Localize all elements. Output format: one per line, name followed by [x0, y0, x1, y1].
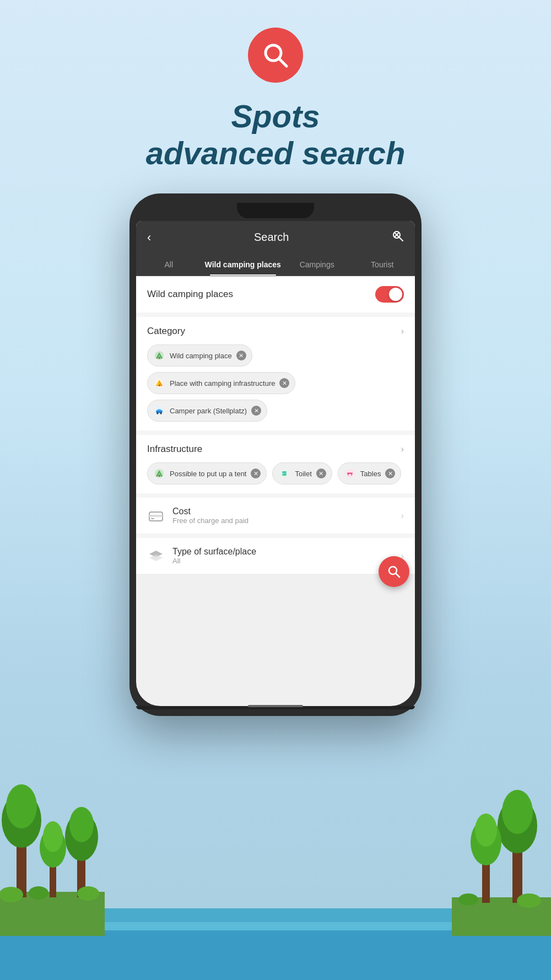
phone-notch-area	[136, 200, 415, 221]
tab-campings[interactable]: Campings	[284, 254, 350, 276]
chip-tent[interactable]: Possible to put up a tent ✕	[147, 462, 267, 484]
tables-icon	[343, 466, 357, 481]
svg-rect-49	[347, 473, 353, 474]
svg-point-16	[502, 790, 533, 834]
phone-bottom-bar	[136, 706, 415, 709]
infrastructure-header[interactable]: Infrastructure ›	[147, 444, 404, 455]
cost-icon	[147, 507, 165, 525]
surface-subtitle: All	[172, 557, 393, 565]
category-arrow-icon: ›	[401, 326, 404, 336]
back-button[interactable]: ‹	[147, 230, 151, 245]
svg-point-6	[43, 821, 63, 852]
tent-icon	[152, 466, 166, 481]
cost-row[interactable]: Cost Free of charge and paid ›	[136, 498, 415, 534]
svg-rect-44	[159, 475, 160, 476]
app-header: ‹ Search	[136, 221, 415, 254]
svg-point-57	[389, 567, 397, 574]
page-title: Spots advanced search	[146, 98, 406, 171]
svg-point-20	[517, 893, 541, 908]
category-chips: Wild camping place ✕	[147, 344, 404, 422]
chip-toilet-label: Toilet	[295, 470, 311, 478]
infrastructure-title: Infrastructure	[147, 444, 202, 455]
category-title: Category	[147, 326, 185, 337]
phone-screen: ‹ Search All Wild camping places Camping…	[136, 221, 415, 706]
tab-tourist[interactable]: Tourist	[349, 254, 415, 276]
svg-rect-54	[151, 518, 154, 519]
svg-point-3	[6, 784, 37, 828]
chip-toilet-remove[interactable]: ✕	[316, 469, 326, 478]
chip-tent-label: Possible to put up a tent	[170, 470, 246, 478]
surface-row[interactable]: Type of surface/place All ›	[136, 538, 415, 574]
chip-wild-camping-place-remove[interactable]: ✕	[236, 351, 246, 360]
svg-line-58	[396, 574, 399, 577]
svg-point-40	[160, 413, 162, 414]
surface-text: Type of surface/place All	[172, 547, 393, 565]
svg-rect-51	[351, 474, 352, 476]
infrastructure-chips: Possible to put up a tent ✕ WC Toile	[147, 462, 404, 484]
toilet-icon: WC	[277, 466, 291, 481]
svg-marker-56	[149, 554, 163, 561]
trees-right-decoration	[452, 715, 551, 936]
svg-line-25	[399, 238, 403, 241]
chip-camping-infra[interactable]: Place with camping infrastructure ✕	[147, 372, 295, 394]
svg-line-23	[279, 58, 287, 66]
chip-camping-infra-remove[interactable]: ✕	[279, 378, 289, 388]
search-fab-button[interactable]	[379, 556, 409, 587]
svg-point-11	[29, 886, 48, 900]
chip-camper-park[interactable]: Camper park (Stellplatz) ✕	[147, 400, 267, 422]
home-indicator	[248, 705, 303, 707]
chip-camper-park-remove[interactable]: ✕	[251, 406, 261, 416]
app-content: Wild camping places Category ›	[136, 276, 415, 574]
surface-title: Type of surface/place	[172, 547, 393, 557]
screen-title: Search	[254, 231, 289, 244]
wild-camping-toggle-label: Wild camping places	[147, 289, 233, 300]
chip-wild-camping-place[interactable]: Wild camping place ✕	[147, 344, 252, 367]
surface-icon	[147, 547, 165, 565]
chip-toilet[interactable]: WC Toilet ✕	[272, 462, 332, 484]
camper-park-icon	[152, 403, 166, 418]
infrastructure-arrow-icon: ›	[401, 444, 404, 454]
page-header: Spots advanced search	[0, 0, 551, 171]
svg-point-21	[458, 893, 478, 906]
search-clear-button[interactable]	[392, 230, 404, 245]
svg-point-10	[0, 887, 23, 902]
wild-camping-toggle[interactable]	[375, 286, 404, 303]
credit-card-icon	[148, 508, 164, 524]
phone-frame: ‹ Search All Wild camping places Camping…	[129, 193, 422, 716]
layers-icon	[148, 548, 164, 564]
chip-tent-remove[interactable]: ✕	[251, 469, 261, 478]
svg-rect-31	[159, 357, 160, 358]
tab-wild-camping[interactable]: Wild camping places	[202, 254, 284, 276]
camping-infra-icon	[152, 376, 166, 390]
app-icon	[248, 28, 303, 83]
svg-rect-53	[149, 515, 163, 517]
cost-text: Cost Free of charge and paid	[172, 507, 393, 525]
search-x-icon	[392, 230, 404, 242]
wild-camping-place-icon	[152, 348, 166, 363]
svg-rect-50	[348, 474, 348, 476]
chip-tables[interactable]: Tables ✕	[338, 462, 402, 484]
cost-arrow-icon: ›	[401, 511, 404, 521]
chip-wild-camping-place-label: Wild camping place	[170, 352, 232, 360]
cost-subtitle: Free of charge and paid	[172, 516, 393, 525]
tabs-bar: All Wild camping places Campings Tourist	[136, 254, 415, 276]
svg-text:WC: WC	[282, 472, 287, 476]
chip-tables-label: Tables	[360, 470, 381, 478]
svg-rect-35	[159, 385, 160, 386]
svg-point-39	[156, 413, 158, 414]
chip-tables-remove[interactable]: ✕	[385, 469, 395, 478]
chip-camping-infra-label: Place with camping infrastructure	[170, 379, 275, 387]
search-icon	[261, 41, 290, 69]
tab-all[interactable]: All	[136, 254, 202, 276]
infrastructure-section: Infrastructure ›	[136, 435, 415, 493]
trees-left-decoration	[0, 704, 105, 936]
chip-camper-park-label: Camper park (Stellplatz)	[170, 407, 247, 415]
svg-point-12	[77, 886, 99, 901]
category-header[interactable]: Category ›	[147, 326, 404, 337]
svg-point-19	[475, 814, 497, 847]
svg-point-9	[69, 807, 94, 842]
cost-title: Cost	[172, 507, 393, 516]
phone-notch	[237, 203, 314, 218]
wild-camping-toggle-row: Wild camping places	[136, 276, 415, 313]
svg-rect-38	[158, 410, 161, 412]
